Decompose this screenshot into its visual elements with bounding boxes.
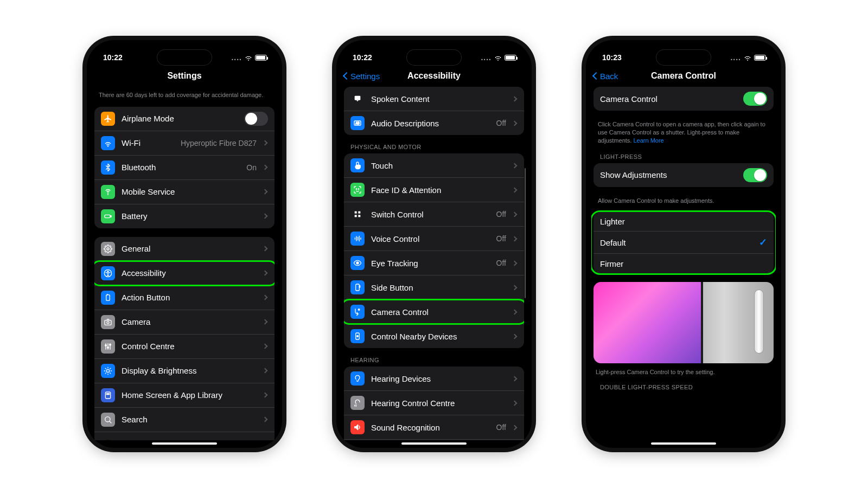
chevron-right-icon — [512, 187, 518, 192]
camctrl-icon — [350, 305, 365, 319]
accessibility-list[interactable]: Spoken ContentADAudio DescriptionsOff Ph… — [342, 87, 526, 440]
wifi-icon — [244, 54, 253, 61]
row-side-button[interactable]: Side Button — [344, 275, 524, 300]
row-sound-recognition[interactable]: Sound RecognitionOff — [344, 415, 524, 440]
svg-rect-41 — [359, 286, 360, 287]
row-face-id-attention[interactable]: Face ID & Attention — [344, 178, 524, 202]
svg-point-0 — [107, 146, 108, 146]
label: Siri — [122, 439, 257, 440]
label: Camera — [122, 317, 257, 326]
svg-rect-33 — [358, 215, 360, 217]
label: Bluetooth — [122, 163, 240, 172]
label: Action Button — [122, 293, 257, 302]
hcc-icon — [350, 396, 365, 410]
row-camera-control[interactable]: Camera Control — [593, 87, 774, 111]
row-audio-descriptions[interactable]: ADAudio DescriptionsOff — [344, 111, 524, 135]
row-control-centre[interactable]: Control Centre — [94, 335, 275, 359]
label: Sound Recognition — [371, 423, 490, 432]
label: Default — [600, 238, 752, 247]
back-button[interactable]: Back — [593, 72, 618, 81]
row-eye-tracking[interactable]: Eye TrackingOff — [344, 251, 524, 275]
chevron-right-icon — [512, 400, 518, 406]
battery-icon — [255, 55, 267, 61]
row-camera-control[interactable]: Camera Control — [344, 300, 524, 324]
svg-point-12 — [105, 345, 107, 346]
label: Hearing Devices — [371, 374, 506, 383]
value: Off — [496, 259, 506, 267]
svg-rect-30 — [355, 211, 357, 214]
cellular-icon — [730, 53, 741, 62]
row-battery[interactable]: Battery — [94, 204, 275, 228]
row-control-nearby-devices[interactable]: Control Nearby Devices — [344, 324, 524, 348]
scrollbar[interactable] — [525, 168, 526, 298]
row-siri[interactable]: Siri — [94, 432, 275, 440]
svg-line-20 — [110, 421, 111, 423]
search-icon — [101, 413, 115, 427]
svg-rect-25 — [355, 96, 361, 100]
row-lighter[interactable]: Lighter — [593, 212, 774, 232]
phone-camera-control: 10:23 Back Camera Control Camera Control… — [586, 40, 781, 448]
row-voice-control[interactable]: Voice ControlOff — [344, 227, 524, 251]
svg-point-3 — [107, 248, 109, 250]
coverage-note: There are 60 days left to add coverage f… — [92, 87, 277, 107]
label: Switch Control — [371, 210, 490, 219]
home-indicator[interactable] — [152, 442, 217, 445]
chevron-right-icon — [263, 214, 268, 219]
camera-control-toggle[interactable] — [743, 92, 767, 106]
row-airplane-mode[interactable]: Airplane Mode — [94, 107, 275, 131]
camera-control-list[interactable]: Camera Control Click Camera Control to o… — [591, 87, 776, 440]
side-icon — [350, 280, 365, 294]
checkmark-icon: ✓ — [759, 236, 767, 248]
label: Face ID & Attention — [371, 185, 506, 195]
section-header-light-press: Light-Press — [591, 153, 776, 163]
row-display-brightness[interactable]: Display & Brightness — [94, 359, 275, 383]
row-hearing-control-centre[interactable]: Hearing Control Centre — [344, 391, 524, 415]
row-show-adjustments[interactable]: Show Adjustments — [593, 163, 774, 187]
row-search[interactable]: Search — [94, 408, 275, 432]
status-time: 10:23 — [602, 53, 622, 62]
chevron-right-icon — [512, 260, 518, 266]
svg-rect-17 — [106, 394, 107, 395]
row-wi-fi[interactable]: Wi-FiHyperoptic Fibre D827 — [94, 131, 275, 156]
row-general[interactable]: General — [94, 237, 275, 261]
row-switch-control[interactable]: Switch ControlOff — [344, 202, 524, 227]
show-adjustments-toggle[interactable] — [743, 168, 767, 182]
svg-point-42 — [358, 309, 360, 311]
row-audio-visual[interactable]: Audio & Visual — [344, 440, 524, 440]
ad-icon: AD — [350, 116, 365, 130]
chevron-right-icon — [512, 96, 518, 101]
row-touch[interactable]: Touch — [344, 153, 524, 178]
row-home-screen-app-library[interactable]: Home Screen & App Library — [94, 383, 275, 408]
svg-rect-40 — [356, 284, 360, 291]
learn-more-link[interactable]: Learn More — [633, 137, 663, 144]
battery-icon — [754, 55, 766, 61]
row-hearing-devices[interactable]: Hearing Devices — [344, 367, 524, 391]
row-mobile-service[interactable]: Mobile Service — [94, 180, 275, 204]
settings-group-connectivity: Airplane ModeWi-FiHyperoptic Fibre D827B… — [94, 107, 275, 228]
toggle[interactable] — [244, 112, 268, 126]
back-button[interactable]: Settings — [344, 72, 380, 81]
label: Voice Control — [371, 234, 490, 243]
row-accessibility[interactable]: Accessibility — [94, 261, 275, 286]
svg-point-13 — [107, 347, 109, 349]
row-spoken-content[interactable]: Spoken Content — [344, 87, 524, 111]
label: Side Button — [371, 283, 506, 292]
home-indicator[interactable] — [651, 442, 716, 445]
chevron-right-icon — [512, 211, 518, 217]
back-label: Settings — [350, 72, 380, 81]
row-bluetooth[interactable]: BluetoothOn — [94, 156, 275, 180]
svg-rect-31 — [358, 211, 360, 214]
svg-point-29 — [358, 189, 359, 189]
row-default[interactable]: Default✓ — [593, 232, 774, 254]
settings-group-general: GeneralAccessibilityAction ButtonCameraC… — [94, 237, 275, 440]
svg-point-14 — [110, 344, 111, 345]
row-action-button[interactable]: Action Button — [94, 286, 275, 310]
home-indicator[interactable] — [401, 442, 467, 445]
action-icon — [101, 291, 115, 305]
value: Off — [496, 423, 506, 432]
preview-side-rail — [703, 282, 774, 363]
settings-list[interactable]: There are 60 days left to add coverage f… — [92, 87, 277, 440]
label: Camera Control — [371, 307, 506, 317]
row-firmer[interactable]: Firmer — [593, 254, 774, 273]
row-camera[interactable]: Camera — [94, 310, 275, 335]
